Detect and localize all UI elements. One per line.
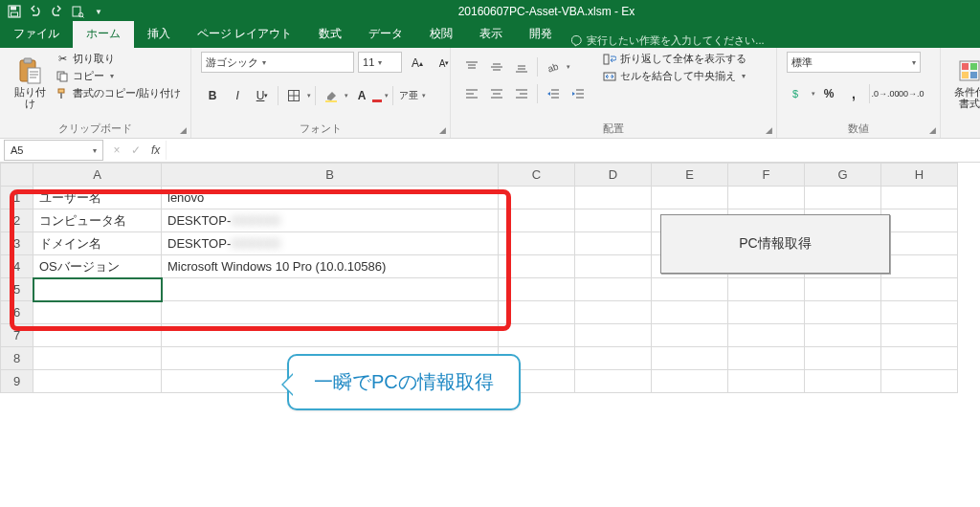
cell[interactable] [575,255,652,278]
row-header[interactable]: 4 [1,255,33,278]
copy-button[interactable]: コピー▾ [56,69,181,83]
redo-icon[interactable] [50,5,63,18]
col-header[interactable]: C [499,164,575,187]
tab-view[interactable]: 表示 [466,21,516,48]
cell[interactable] [499,301,575,324]
conditional-formatting-button[interactable]: 条件付書式 [950,52,980,115]
font-size-combo[interactable]: 11▾ [358,52,402,73]
qat-dropdown-icon[interactable]: ▼ [92,5,105,18]
cell[interactable] [881,370,958,393]
orientation-icon[interactable]: ab [542,55,565,78]
print-preview-icon[interactable] [71,5,84,18]
cell[interactable] [162,278,499,301]
align-center-icon[interactable] [485,82,508,105]
borders-button[interactable] [282,84,305,107]
tab-formulas[interactable]: 数式 [305,21,355,48]
accounting-format-icon[interactable]: $ [787,82,810,105]
cell[interactable] [575,347,652,370]
tab-file[interactable]: ファイル [0,21,73,48]
bold-button[interactable]: B [201,84,224,107]
cell[interactable] [652,370,728,393]
active-cell[interactable] [33,278,162,301]
row-header[interactable]: 8 [1,347,33,370]
align-top-icon[interactable] [460,55,483,78]
dialog-launcher-icon[interactable]: ◢ [439,125,446,135]
cell[interactable] [499,324,575,347]
cell[interactable] [728,187,805,209]
cell[interactable]: ドメイン名 [33,232,162,255]
macro-button-pc-info[interactable]: PC情報取得 [660,214,890,274]
fill-color-button[interactable] [320,84,343,107]
col-header[interactable]: B [162,164,499,187]
cell[interactable] [805,301,881,324]
cell[interactable] [728,370,805,393]
cell[interactable] [805,187,881,209]
formula-input[interactable] [166,141,980,160]
cell[interactable] [881,324,958,347]
tab-home[interactable]: ホーム [73,21,134,48]
cell[interactable] [575,187,652,209]
font-name-combo[interactable]: 游ゴシック▾ [201,52,354,73]
row-header[interactable]: 2 [1,209,33,232]
cell[interactable]: lenovo [162,187,499,209]
percent-format-button[interactable]: % [817,82,840,105]
tab-data[interactable]: データ [355,21,416,48]
cell[interactable] [575,324,652,347]
col-header[interactable]: D [575,164,652,187]
name-box[interactable]: A5▾ [4,140,103,161]
cell[interactable] [33,370,162,393]
cell[interactable]: Microsoft Windows 10 Pro (10.0.10586) [162,255,499,278]
cell[interactable] [881,232,958,255]
cell[interactable] [499,278,575,301]
tab-developer[interactable]: 開発 [516,21,566,48]
cell[interactable] [728,347,805,370]
cell[interactable] [575,301,652,324]
align-bottom-icon[interactable] [510,55,533,78]
cell[interactable] [575,232,652,255]
cell[interactable]: DESKTOP-XXXXXX [162,232,499,255]
cell[interactable] [805,324,881,347]
italic-button[interactable]: I [226,84,249,107]
cancel-icon[interactable]: × [107,143,126,157]
col-header[interactable]: H [881,164,958,187]
cell[interactable]: ユーザー名 [33,187,162,209]
cell[interactable] [881,187,958,209]
cell[interactable] [728,324,805,347]
increase-font-icon[interactable]: A▴ [406,52,429,75]
decrease-decimal-icon[interactable]: .00→.0 [899,82,922,105]
dialog-launcher-icon[interactable]: ◢ [766,125,772,135]
cell[interactable] [33,324,162,347]
cell[interactable]: DESKTOP-XXXXXX [162,209,499,232]
undo-icon[interactable] [29,5,42,18]
col-header[interactable]: F [728,164,805,187]
cell[interactable] [575,370,652,393]
font-color-button[interactable]: A [350,84,373,107]
merge-center-button[interactable]: セルを結合して中央揃え▾ [603,69,746,83]
cell[interactable] [499,209,575,232]
col-header[interactable]: G [805,164,881,187]
row-header[interactable]: 6 [1,301,33,324]
cell[interactable] [728,301,805,324]
cell[interactable] [575,278,652,301]
font-color-dropdown[interactable] [371,84,383,107]
cell[interactable] [881,209,958,232]
row-header[interactable]: 7 [1,324,33,347]
tab-review[interactable]: 校閲 [416,21,466,48]
cell[interactable] [652,187,728,209]
save-icon[interactable] [8,5,21,18]
cell[interactable] [805,347,881,370]
cell[interactable] [499,255,575,278]
cell[interactable] [575,209,652,232]
row-header[interactable]: 1 [1,187,33,209]
row-header[interactable]: 5 [1,278,33,301]
cell[interactable] [652,301,728,324]
col-header[interactable]: E [652,164,728,187]
paste-button[interactable]: 貼り付け [10,52,50,115]
cell[interactable] [728,278,805,301]
cell[interactable] [881,301,958,324]
align-middle-icon[interactable] [485,55,508,78]
cell[interactable] [881,347,958,370]
decrease-indent-icon[interactable] [542,82,565,105]
cell[interactable] [162,324,499,347]
cell[interactable] [881,255,958,278]
